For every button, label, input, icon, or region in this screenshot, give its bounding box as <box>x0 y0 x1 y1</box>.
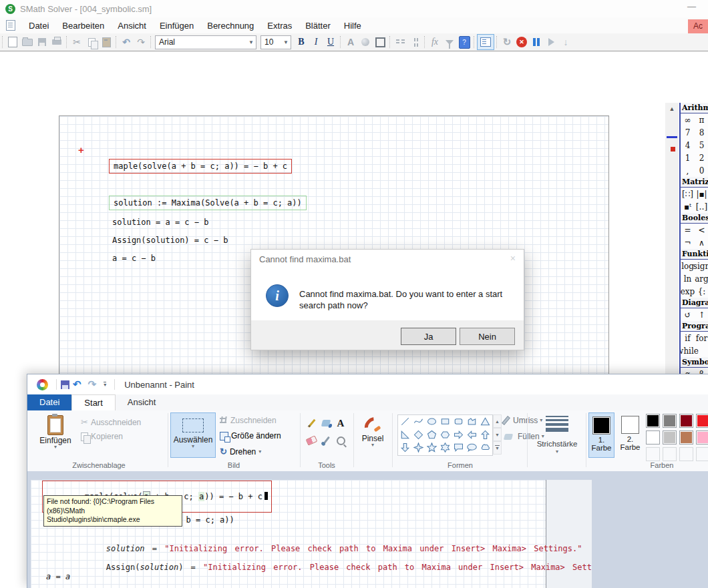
shape-arrow-up-icon[interactable] <box>478 428 492 442</box>
font-color-button[interactable]: A <box>343 35 358 49</box>
palette-symbol[interactable]: 7 <box>681 126 695 139</box>
tab-ansicht[interactable]: Ansicht <box>116 394 168 410</box>
color-picker-tool[interactable] <box>319 432 333 449</box>
text-tool[interactable]: A <box>333 414 348 432</box>
paste-button[interactable] <box>99 35 114 49</box>
undo-button[interactable]: ↶ <box>119 35 134 49</box>
palette-symbol[interactable]: = <box>681 224 695 236</box>
color-swatch[interactable] <box>663 414 677 428</box>
palette-symbol[interactable]: ∞ <box>681 113 695 126</box>
pasted-image[interactable]: maple(solve(a + b = c; a)) = − b + c Fil… <box>31 480 592 588</box>
redo-icon[interactable]: ↷ <box>88 378 97 390</box>
palette-symbol[interactable]: if <box>681 332 695 344</box>
shape-star-5-icon[interactable] <box>425 441 438 455</box>
palette-symbol[interactable]: π <box>695 113 708 126</box>
palette-symbol[interactable]: {: <box>695 285 708 298</box>
formula-maxima-assign[interactable]: solution := Maxima(Solve(a + b = c; a)) <box>109 196 307 210</box>
shape-polygon-icon[interactable] <box>465 415 478 428</box>
shape-triangle-icon[interactable] <box>478 415 492 428</box>
color-swatch[interactable] <box>646 414 660 428</box>
recalculate-button[interactable]: ↻ <box>500 35 514 49</box>
menu-bearbeiten[interactable]: Bearbeiten <box>55 19 111 33</box>
shapes-scroll-up-icon[interactable]: ▲ <box>493 414 502 428</box>
shape-pentagon-icon[interactable] <box>425 428 438 442</box>
formula-solution-value[interactable]: solution = a = c − b <box>112 218 209 227</box>
palette-symbol[interactable]: arg <box>695 272 708 285</box>
menu-ansicht[interactable]: Ansicht <box>111 19 153 33</box>
color-swatch[interactable] <box>696 414 708 428</box>
run-button[interactable] <box>544 35 558 49</box>
pause-button[interactable] <box>529 35 544 49</box>
palette-symbol[interactable]: 1 <box>681 152 695 164</box>
shape-callout-oval-icon[interactable] <box>465 441 478 455</box>
redo-button[interactable]: ↷ <box>134 35 148 49</box>
palette-symbol[interactable]: sign <box>695 260 708 272</box>
save-button[interactable] <box>35 35 49 49</box>
align-vertical-button[interactable] <box>407 35 422 49</box>
empty-color-slot[interactable] <box>646 447 660 461</box>
palette-symbol[interactable]: 8 <box>695 126 708 139</box>
menu-hilfe[interactable]: Hilfe <box>337 19 368 33</box>
shape-hexagon-icon[interactable] <box>438 428 452 442</box>
filter-button[interactable] <box>442 35 457 49</box>
stop-button[interactable]: ✕ <box>514 35 529 49</box>
pencil-tool[interactable] <box>304 414 319 432</box>
color-swatch[interactable] <box>646 430 660 445</box>
cut-button[interactable]: ✂ <box>69 35 84 49</box>
palette-symbol[interactable]: 5 <box>695 139 708 152</box>
tab-start[interactable]: Start <box>71 394 115 410</box>
stroke-width-label[interactable]: Strichstärke <box>530 440 584 448</box>
scroll-up-icon[interactable]: ▲ <box>665 103 679 114</box>
crop-button[interactable]: Zuschneiden <box>220 416 277 425</box>
shape-arrow-right-icon[interactable] <box>452 428 465 442</box>
shape-arrow-left-icon[interactable] <box>465 428 478 442</box>
menu-blätter[interactable]: Blätter <box>299 19 337 33</box>
bold-button[interactable]: B <box>294 35 309 49</box>
empty-color-slot[interactable] <box>679 447 693 461</box>
palette-symbol[interactable]: for <box>695 332 708 344</box>
color2-button[interactable]: 2. Farbe <box>618 412 643 457</box>
palette-symbol[interactable]: while <box>681 344 695 357</box>
palette-symbol[interactable]: ln <box>681 272 695 285</box>
save-icon[interactable] <box>61 380 69 389</box>
fill-tool[interactable] <box>319 414 333 432</box>
font-size-combobox[interactable]: 10 ▼ <box>260 35 291 49</box>
menu-datei[interactable]: Datei <box>22 19 55 33</box>
palette-symbol[interactable]: ▪ᵗ <box>681 200 695 213</box>
select-button[interactable]: Auswählen ▾ <box>170 412 216 458</box>
function-button[interactable]: fx <box>427 35 442 49</box>
italic-button[interactable]: I <box>309 35 323 49</box>
color-swatch[interactable] <box>679 414 693 428</box>
empty-color-slot[interactable] <box>663 447 677 461</box>
font-name-combobox[interactable]: Arial ▼ <box>155 35 256 49</box>
shape-callout-cloud-icon[interactable] <box>478 441 492 455</box>
formula-a-result[interactable]: a = c − b <box>112 254 156 263</box>
shape-star-4-icon[interactable] <box>411 441 425 455</box>
paint-canvas-area[interactable]: maple(solve(a + b = c; a)) = − b + c Fil… <box>27 471 708 588</box>
palette-symbol[interactable]: 2 <box>695 152 708 164</box>
step-button[interactable]: ↓ <box>558 35 573 49</box>
scrollbar-thumb[interactable] <box>667 136 677 138</box>
chevron-down-icon[interactable]: ▾ <box>530 450 584 454</box>
no-button[interactable]: Nein <box>460 328 515 345</box>
paste-button[interactable]: Einfügen ▾ <box>35 412 75 457</box>
shape-line-icon[interactable] <box>398 415 411 428</box>
palette-symbol[interactable]: , <box>681 164 695 177</box>
color-swatch[interactable] <box>679 430 693 445</box>
palette-symbol[interactable]: < <box>695 224 708 236</box>
align-horizontal-button[interactable] <box>393 35 407 49</box>
menu-einfügen[interactable]: Einfügen <box>153 19 200 33</box>
shape-rounded-rectangle-icon[interactable] <box>452 415 465 428</box>
side-panel-toggle-button[interactable] <box>477 34 494 50</box>
shape-star-6-icon[interactable] <box>438 441 452 455</box>
qat-customize-icon[interactable]: ▾ <box>104 382 106 387</box>
open-file-button[interactable] <box>20 35 35 49</box>
new-file-button[interactable] <box>5 35 20 49</box>
palette-symbol[interactable]: [∷] <box>681 188 695 200</box>
palette-symbol[interactable]: [‥] <box>695 200 708 213</box>
formula-maple[interactable]: maple(solve(a + b = c; a)) = − b + c <box>109 159 292 174</box>
underline-button[interactable]: U <box>323 35 338 49</box>
color-swatch[interactable] <box>696 430 708 445</box>
resize-button[interactable]: Größe ändern <box>220 431 281 440</box>
color-swatch[interactable] <box>663 430 677 445</box>
